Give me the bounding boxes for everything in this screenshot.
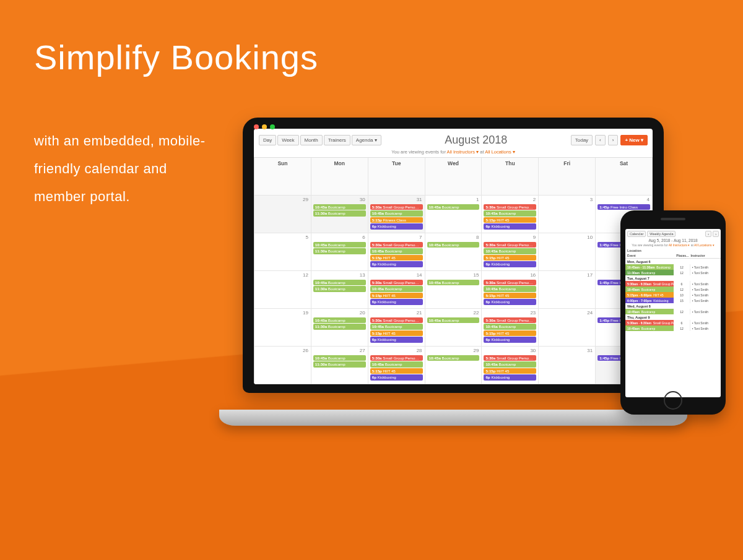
mobile-agenda-row[interactable]: 11:30am Bootcamp12• Toni Smith — [625, 270, 721, 275]
calendar-cell[interactable]: 145:30a Small Group Personal Training10:… — [368, 271, 425, 309]
calendar-cell[interactable]: 1510:45a Bootcamp — [425, 271, 482, 309]
calendar-event[interactable]: 5:15p Fitness Class — [370, 217, 423, 223]
calendar-event[interactable]: 11:30a Bootcamp — [313, 210, 366, 216]
view-agenda-button[interactable]: Agenda ▾ — [352, 135, 381, 145]
calendar-cell[interactable]: 3010:45a Bootcamp11:30a Bootcamp — [311, 196, 368, 233]
mobile-filter-locations[interactable]: All Locations ▾ — [694, 243, 715, 247]
calendar-event[interactable]: 6p Kickboxing — [370, 261, 423, 267]
calendar-event[interactable]: 10:45a Bootcamp — [427, 204, 480, 210]
calendar-event[interactable]: 5:15p HIIT 45 — [484, 330, 536, 336]
calendar-event[interactable]: 10:45a Bootcamp — [313, 317, 366, 323]
calendar-event[interactable]: 5:30a Small Group Personal Training — [370, 317, 423, 323]
calendar-event[interactable]: 5:15p HIIT 45 — [370, 255, 423, 261]
calendar-event[interactable]: 10:45a Bootcamp — [313, 280, 366, 285]
calendar-cell[interactable]: 1310:45a Bootcamp11:30a Bootcamp — [311, 271, 368, 309]
calendar-event[interactable]: 6p Kickboxing — [370, 337, 423, 342]
calendar-event[interactable]: 6p Kickboxing — [484, 261, 536, 267]
calendar-cell[interactable]: 3 — [539, 196, 596, 233]
calendar-event[interactable]: 10:45a Bootcamp — [313, 242, 366, 248]
calendar-cell[interactable]: 235:30a Small Group Personal Training10:… — [482, 309, 539, 347]
mobile-agenda-row[interactable]: 5:30am - 6:30am Small Group Pers…6• Toni… — [625, 320, 721, 325]
calendar-cell[interactable]: 285:30a Small Group Personal Training10:… — [368, 347, 425, 384]
calendar-event[interactable]: 6p Kickboxing — [484, 374, 536, 380]
calendar-event[interactable]: 10:45a Bootcamp — [427, 355, 480, 361]
view-day-button[interactable]: Day — [259, 135, 276, 145]
calendar-event[interactable]: 11:30a Bootcamp — [313, 324, 366, 329]
calendar-event[interactable]: 10:45a Bootcamp — [313, 355, 366, 361]
calendar-cell[interactable]: 2710:45a Bootcamp11:30a Bootcamp — [311, 347, 368, 384]
calendar-event[interactable]: 10:45a Bootcamp — [370, 286, 423, 291]
calendar-event[interactable]: 10:45a Bootcamp — [427, 280, 480, 285]
calendar-event[interactable]: 5:30a Small Group Personal Training — [370, 280, 423, 285]
calendar-event[interactable]: 10:45a Bootcamp — [427, 317, 480, 323]
calendar-cell[interactable]: 12 — [254, 271, 311, 309]
prev-button[interactable]: ‹ — [595, 135, 606, 145]
calendar-event[interactable]: 10:45a Bootcamp — [370, 210, 423, 216]
calendar-event[interactable]: 5:30a Small Group Personal Training — [484, 280, 536, 285]
calendar-cell[interactable]: 165:30a Small Group Personal Training10:… — [482, 271, 539, 309]
calendar-cell[interactable]: 2910:45a Bootcamp — [425, 347, 482, 384]
calendar-cell[interactable]: 75:30a Small Group Personal Training10:4… — [368, 233, 425, 271]
calendar-event[interactable]: 5:15p HIIT 45 — [484, 255, 536, 261]
calendar-event[interactable]: 6p Kickboxing — [484, 223, 536, 229]
calendar-event[interactable]: 10:45a Bootcamp — [484, 248, 536, 254]
calendar-cell[interactable]: 2210:45a Bootcamp — [425, 309, 482, 347]
mobile-filter-instructors[interactable]: All Instructors ▾ — [669, 243, 690, 247]
calendar-cell[interactable]: 19 — [254, 309, 311, 347]
mobile-agenda-row[interactable]: 10:45am Bootcamp12• Toni Smith — [625, 325, 721, 331]
calendar-event[interactable]: 5:15p HIIT 45 — [370, 330, 423, 336]
calendar-event[interactable]: 5:15p HIIT 45 — [484, 293, 536, 298]
calendar-event[interactable]: 5:30a Small Group Personal Training — [484, 204, 536, 210]
calendar-cell[interactable]: 29 — [254, 196, 311, 233]
filter-locations[interactable]: All Locations ▾ — [485, 149, 515, 155]
calendar-event[interactable]: 10:45a Bootcamp — [370, 248, 423, 254]
calendar-event[interactable]: 5:30a Small Group Personal Training — [484, 242, 536, 248]
calendar-event[interactable]: 11:30a Bootcamp — [313, 286, 366, 291]
mobile-calendar-button[interactable]: Calendar — [627, 231, 646, 237]
calendar-event[interactable]: 10:45a Bootcamp — [484, 361, 536, 367]
calendar-event[interactable]: 5:30a Small Group Personal Training — [484, 355, 536, 361]
calendar-event[interactable]: 5:15p HIIT 45 — [484, 217, 536, 223]
calendar-event[interactable]: 10:45a Bootcamp — [427, 242, 480, 248]
calendar-event[interactable]: 11:30a Bootcamp — [313, 361, 366, 367]
calendar-event[interactable]: 10:45a Bootcamp — [484, 286, 536, 291]
calendar-event[interactable]: 5:30a Small Group Personal Training — [370, 355, 423, 361]
today-button[interactable]: Today — [571, 135, 593, 145]
filter-instructors[interactable]: All Instructors ▾ — [447, 149, 479, 155]
calendar-cell[interactable]: 24 — [539, 309, 596, 347]
calendar-cell[interactable]: 215:30a Small Group Personal Training10:… — [368, 309, 425, 347]
calendar-event[interactable]: 10:45a Bootcamp — [484, 324, 536, 329]
calendar-cell[interactable]: 305:30a Small Group Personal Training10:… — [482, 347, 539, 384]
calendar-cell[interactable]: 17 — [539, 271, 596, 309]
mobile-agenda-row[interactable]: 10:45am Bootcamp12• Toni Smith — [625, 286, 721, 292]
calendar-event[interactable]: 10:45a Bootcamp — [370, 361, 423, 367]
calendar-event[interactable]: 5:30a Small Group Personal Training — [370, 204, 423, 210]
calendar-event[interactable]: 5:15p HIIT 45 — [370, 293, 423, 298]
calendar-event[interactable]: 10:45a Bootcamp — [370, 324, 423, 329]
calendar-event[interactable]: 6p Kickboxing — [484, 337, 536, 342]
calendar-cell[interactable]: 110:45a Bootcamp — [425, 196, 482, 233]
mobile-agenda-row[interactable]: 5:30am - 6:30am Small Group Pers…6• Toni… — [625, 281, 721, 286]
calendar-cell[interactable]: 10 — [539, 233, 596, 271]
mobile-next-button[interactable]: › — [713, 231, 719, 237]
calendar-event[interactable]: 5:30a Small Group Personal Training — [370, 242, 423, 248]
mobile-agenda-row[interactable]: 10:45am Bootcamp12• Toni Smith — [625, 309, 721, 314]
mobile-agenda-row[interactable]: 6:00pm - 7:00pm Kickboxing15• Toni Smith — [625, 298, 721, 303]
calendar-event[interactable]: 5:15p HIIT 45 — [484, 368, 536, 374]
view-trainers-button[interactable]: Trainers — [324, 135, 350, 145]
calendar-cell[interactable]: 31 — [539, 347, 596, 384]
calendar-event[interactable]: 6p Kickboxing — [370, 299, 423, 304]
calendar-cell[interactable]: 25:30a Small Group Personal Training10:4… — [482, 196, 539, 233]
calendar-event[interactable]: 6p Kickboxing — [484, 299, 536, 304]
mobile-agenda-row[interactable]: 5:15pm - 6:00pm HIIT 4510• Toni Smith — [625, 292, 721, 298]
calendar-event[interactable]: 11:30a Bootcamp — [313, 248, 366, 254]
calendar-event[interactable]: 10:45a Bootcamp — [313, 204, 366, 210]
view-month-button[interactable]: Month — [300, 135, 323, 145]
mobile-prev-button[interactable]: ‹ — [705, 231, 711, 237]
calendar-cell[interactable]: 95:30a Small Group Personal Training10:4… — [482, 233, 539, 271]
calendar-event[interactable]: 6p Kickboxing — [370, 223, 423, 229]
calendar-event[interactable]: 1:45p Free Intro Class — [597, 204, 650, 210]
calendar-event[interactable]: 10:45a Bootcamp — [484, 210, 536, 216]
new-button[interactable]: + New ▾ — [620, 135, 648, 145]
calendar-cell[interactable]: 315:30a Small Group Personal Training10:… — [368, 196, 425, 233]
